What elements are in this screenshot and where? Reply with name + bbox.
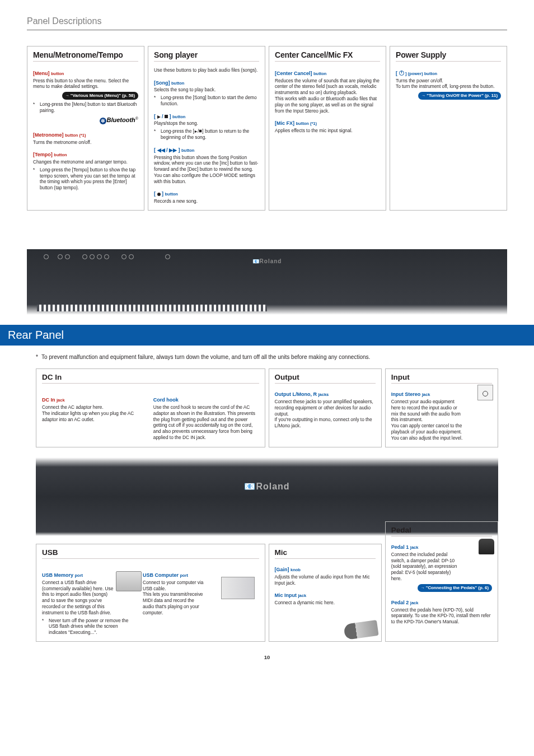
pedal2-label: Pedal 2 jack (391, 600, 419, 606)
menu-note: *Long-press the [Menu] button to start B… (33, 101, 138, 114)
power-button-label: [ ] (power) button (396, 71, 437, 77)
panel-title-mic: Mic (275, 548, 376, 559)
rwff-button-label: [ ◀◀ / ▶▶ ] button (154, 147, 194, 154)
power-desc: Turns the power on/off. To turn the inst… (396, 78, 501, 90)
gain-label: [Gain] knob (275, 567, 301, 573)
panel-title-pedal: Pedal (391, 525, 492, 537)
song-button-label: [Song] button (154, 80, 184, 87)
panel-title-center: Center Cancel/Mic FX (275, 50, 380, 62)
cordhook-label: Cord hook (153, 397, 179, 404)
bluetooth-logo: ✲Bluetooth® (33, 116, 138, 124)
panel-title-song: Song player (154, 50, 259, 62)
dcin-jack-label: DC In jack (42, 397, 65, 404)
badge-connecting-pedals: "Connecting the Pedals" (p. 6) (418, 584, 492, 592)
roland-logo: 📧Roland (252, 258, 282, 265)
page-number: 10 (27, 654, 507, 661)
centercancel-label: [Center Cancel] button (275, 71, 326, 77)
usbmem-desc: Connect a USB flash drive (commercially … (42, 580, 115, 616)
top-panel-illustration: 📧Roland (27, 214, 507, 315)
cordhook-desc: Use the cord hook to secure the cord of … (153, 404, 259, 441)
pedal-icon (479, 539, 494, 554)
panel-output: Output Output L/Mono, R jacks Connect th… (269, 368, 382, 447)
tempo-note: *Long-press the [Tempo] button to show t… (33, 167, 138, 191)
roland-logo-rear: 📧Roland (244, 481, 289, 493)
panel-title-power: Power Supply (396, 50, 501, 62)
menu-button-label: [Menu] button (33, 71, 64, 77)
panel-title-dcin: DC In (42, 372, 259, 384)
play-icon (195, 130, 198, 133)
stop-icon (165, 115, 168, 118)
panel-title-input: Input (391, 372, 492, 384)
menu-button-desc: Press this button to show the menu. Sele… (33, 78, 138, 90)
panel-power: Power Supply [ ] (power) button Turns th… (390, 46, 507, 211)
song-intro: Use these buttons to play back audio fil… (154, 67, 259, 73)
panel-input: Input Input Stereo jack Connect your aud… (385, 368, 498, 447)
metronome-button-label: [Metronome] button (*1) (33, 132, 86, 139)
micin-desc: Connect a dynamic mic here. (275, 600, 336, 606)
playstop-button-label: [ / ] button (154, 114, 185, 120)
playstop-desc: Plays/stops the song. (154, 120, 259, 127)
stereo-jack-icon (477, 385, 493, 400)
tempo-button-label: [Tempo] button (33, 152, 67, 158)
centercancel-desc: Reduces the volume of sounds that are pl… (275, 78, 380, 114)
usb-drive-icon (116, 571, 142, 591)
forward-icon: ▶▶ (169, 147, 177, 154)
playstop-note: *Long-press the [/] button to return to … (154, 128, 259, 141)
page-title: Panel Descriptions (27, 0, 507, 27)
input-label: Input Stereo jack (391, 391, 430, 398)
play-icon (157, 115, 161, 119)
panel-menu: Menu/Metronome/Tempo [Menu] button Press… (27, 46, 144, 211)
micin-label: Mic Input jack (275, 592, 307, 599)
usbcomp-desc: Connect to your computer via USB cable. … (143, 580, 204, 616)
rec-button-label: [ ] button (154, 191, 178, 198)
tempo-button-desc: Changes the metronome and arranger tempo… (33, 159, 138, 165)
caution-text: *To prevent malfunction and equipment fa… (27, 346, 507, 368)
dcin-jack-desc: Connect the AC adaptor here. The indicat… (42, 404, 148, 422)
usbmem-label: USB Memory port (42, 572, 83, 579)
usbcomp-label: USB Computer port (143, 572, 188, 579)
record-icon (157, 193, 161, 196)
mic-icon (343, 620, 378, 640)
panel-pedal: Pedal Pedal 1 jack Connect the included … (385, 521, 498, 642)
panel-title-usb: USB (42, 548, 259, 559)
micfx-desc: Applies effects to the mic input signal. (275, 128, 380, 134)
badge-power-on-off: "Turning On/Off the Power" (p. 11) (418, 92, 501, 100)
panel-title-menu: Menu/Metronome/Tempo (33, 50, 138, 62)
metronome-button-desc: Turns the metronome on/off. (33, 139, 138, 146)
pedal2-desc: Connect the pedals here (KPD-70), sold s… (391, 607, 492, 625)
pedal1-desc: Connect the included pedal switch, a dam… (391, 552, 458, 582)
section-title-rear: Rear Panel (0, 325, 534, 346)
output-desc: Connect these jacks to your amplified sp… (275, 399, 376, 429)
panel-song: Song player Use these buttons to play ba… (148, 46, 265, 211)
pedal1-label: Pedal 1 jack (391, 544, 419, 551)
panel-mic: Mic [Gain] knob Adjusts the volume of au… (269, 544, 382, 642)
stop-icon (199, 130, 202, 133)
panel-center: Center Cancel/Mic FX [Center Cancel] but… (269, 46, 386, 211)
badge-various-menus: "Various Menus (Menu)" (p. 58) (62, 92, 138, 100)
power-icon (399, 71, 404, 76)
output-label: Output L/Mono, R jacks (275, 391, 329, 398)
usbmem-note: *Never turn off the power or remove the … (42, 618, 137, 636)
song-button-desc: Selects the song to play back. (154, 87, 259, 93)
song-note: *Long-press the [Song] button to start t… (154, 95, 259, 107)
rwff-desc: Pressing this button shows the Song Posi… (154, 155, 259, 185)
rec-desc: Records a new song. (154, 198, 259, 204)
input-desc: Connect your audio equipment here to rec… (391, 399, 464, 441)
panel-title-output: Output (275, 372, 376, 384)
gain-desc: Adjusts the volume of audio input from t… (275, 574, 376, 586)
micfx-label: [Mic FX] button (*1) (275, 120, 317, 127)
rewind-icon: ◀◀ (157, 147, 165, 154)
usb-cable-icon (221, 577, 255, 599)
